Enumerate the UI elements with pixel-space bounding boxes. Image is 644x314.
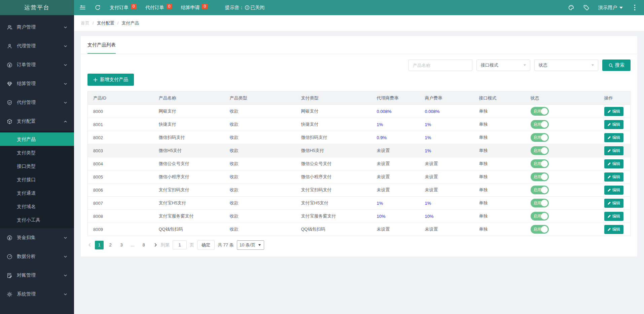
- sound-setting[interactable]: 提示音： 已关闭: [225, 5, 264, 11]
- submenu-item-2[interactable]: 接口类型: [0, 159, 74, 173]
- edit-button[interactable]: 编辑: [604, 146, 623, 155]
- sidebar-item-funds[interactable]: 资金归集: [0, 228, 74, 247]
- agent_rate-value: 未设置: [377, 174, 390, 179]
- submenu-item-6[interactable]: 支付小工具: [0, 213, 74, 227]
- status-toggle[interactable]: 启用: [531, 225, 549, 234]
- tab-payment-product-list[interactable]: 支付产品列表: [87, 36, 116, 54]
- merchant_rate-link[interactable]: 1%: [425, 201, 431, 206]
- chevron-down-icon: [523, 63, 527, 68]
- status-toggle[interactable]: 启用: [531, 120, 549, 129]
- nav-menu-0[interactable]: 支付订单0: [110, 5, 137, 11]
- merchant_rate-link[interactable]: 0.008%: [425, 109, 440, 114]
- agent_rate-link[interactable]: 0.008%: [377, 109, 392, 114]
- edit-button-label: 编辑: [612, 187, 620, 193]
- pencil-icon: [607, 228, 612, 231]
- agent_rate-link[interactable]: 1%: [377, 201, 383, 206]
- edit-button[interactable]: 编辑: [604, 107, 623, 116]
- status-toggle[interactable]: 启用: [531, 199, 549, 207]
- cell-product-id: 8003: [88, 144, 159, 157]
- sidebar-item-reconciliation[interactable]: 对账管理: [0, 266, 74, 285]
- status-toggle[interactable]: 启用: [531, 172, 549, 181]
- sidebar-item-agent[interactable]: 代理管理: [0, 37, 74, 55]
- merchant_rate-link[interactable]: 1%: [425, 148, 431, 153]
- edit-button[interactable]: 编辑: [604, 225, 623, 234]
- sidebar-item-merchant[interactable]: 商户管理: [0, 18, 74, 37]
- edit-button[interactable]: 编辑: [604, 159, 623, 168]
- collapse-sidebar-icon[interactable]: [79, 4, 86, 11]
- column-header-2: 产品类型: [230, 91, 301, 105]
- edit-button[interactable]: 编辑: [604, 212, 623, 221]
- cell-product-type: 收款: [230, 157, 301, 170]
- page-number-8[interactable]: 8: [139, 241, 148, 249]
- cell-pay-type: QQ钱包扫码: [301, 223, 377, 236]
- cell-merchant_rate: 未设置: [425, 184, 479, 197]
- submenu-item-4[interactable]: 支付通道: [0, 186, 74, 200]
- edit-button[interactable]: 编辑: [604, 186, 623, 195]
- more-options-icon[interactable]: [632, 4, 638, 11]
- cell-product-type: 收款: [230, 118, 301, 131]
- user-menu[interactable]: 演示用户: [598, 5, 623, 11]
- goto-page-input[interactable]: [173, 240, 187, 249]
- status-toggle[interactable]: 启用: [531, 159, 549, 168]
- edit-button[interactable]: 编辑: [604, 120, 623, 129]
- edit-button[interactable]: 编辑: [604, 172, 623, 182]
- agent_rate-link[interactable]: 1%: [377, 122, 383, 127]
- submenu-item-0[interactable]: 支付产品: [0, 132, 74, 146]
- add-payment-product-button[interactable]: 新增支付产品: [87, 74, 134, 86]
- page-number-1[interactable]: 1: [95, 241, 104, 249]
- sidebar-item-system[interactable]: 系统管理: [0, 285, 74, 304]
- submenu-item-5[interactable]: 支付域名: [0, 200, 74, 213]
- nav-menu-label: 代付订单: [145, 5, 164, 11]
- agent_rate-link[interactable]: 10%: [377, 214, 386, 219]
- cell-status: 启用: [531, 144, 604, 157]
- settlement-icon: [7, 81, 12, 87]
- next-page-icon[interactable]: [153, 243, 158, 247]
- sidebar-item-settlement[interactable]: 结算管理: [0, 74, 74, 93]
- sidebar-item-payment-config[interactable]: 支付配置: [0, 112, 74, 131]
- status-select[interactable]: 状态: [534, 60, 598, 71]
- cell-actions: 编辑: [604, 170, 631, 184]
- breadcrumb-item-0[interactable]: 首页: [81, 20, 90, 26]
- pencil-icon: [607, 110, 612, 113]
- pencil-icon: [607, 162, 612, 166]
- edit-button[interactable]: 编辑: [604, 133, 623, 142]
- page-number-3[interactable]: 3: [117, 241, 126, 249]
- status-toggle[interactable]: 启用: [531, 133, 549, 142]
- confirm-button[interactable]: 确定: [197, 240, 215, 250]
- merchant_rate-link[interactable]: 1%: [425, 122, 431, 127]
- sidebar: 商户管理代理管理订单管理结算管理代付管理支付配置支付产品支付类型接口类型支付接口…: [0, 15, 74, 314]
- sidebar-item-analytics[interactable]: 数据分析: [0, 247, 74, 266]
- merchant_rate-link[interactable]: 10%: [425, 214, 434, 219]
- status-toggle[interactable]: 启用: [531, 146, 549, 155]
- agent_rate-value: 未设置: [377, 161, 390, 166]
- filter-row: 接口模式 状态 搜索: [87, 60, 631, 71]
- cell-actions: 编辑: [604, 184, 631, 197]
- merchant_rate-link[interactable]: 1%: [425, 135, 431, 140]
- cell-product-type: 收款: [230, 105, 301, 118]
- submenu-item-3[interactable]: 支付接口: [0, 173, 74, 186]
- prev-page-icon[interactable]: [87, 243, 92, 247]
- submenu-payment-config: 支付产品支付类型接口类型支付接口支付通道支付域名支付小工具: [0, 131, 74, 228]
- cell-agent_rate: 0.9%: [377, 131, 425, 144]
- payment-products-table: 产品ID产品名称产品类型支付类型代理商费率商户费率接口模式状态操作 8000网银…: [87, 91, 631, 236]
- page-number-2[interactable]: 2: [106, 241, 115, 249]
- search-button[interactable]: 搜索: [602, 60, 631, 71]
- product-name-input[interactable]: [408, 60, 472, 71]
- submenu-item-1[interactable]: 支付类型: [0, 146, 74, 159]
- tag-icon[interactable]: [583, 4, 589, 11]
- refresh-icon[interactable]: [95, 4, 101, 11]
- cell-status: 启用: [531, 105, 604, 118]
- page-size-select[interactable]: 10 条/页: [237, 240, 264, 250]
- sidebar-item-order[interactable]: 订单管理: [0, 55, 74, 74]
- nav-menu-1[interactable]: 代付订单0: [145, 5, 172, 11]
- status-toggle[interactable]: 启用: [531, 212, 549, 221]
- nav-menu-2[interactable]: 结算申请0: [181, 5, 208, 11]
- interface-mode-select[interactable]: 接口模式: [476, 60, 530, 71]
- status-toggle[interactable]: 启用: [531, 186, 549, 194]
- theme-palette-icon[interactable]: [568, 4, 574, 11]
- agent_rate-link[interactable]: 0.9%: [377, 135, 387, 140]
- status-toggle[interactable]: 启用: [531, 107, 549, 116]
- cell-actions: 编辑: [604, 210, 631, 223]
- edit-button[interactable]: 编辑: [604, 199, 623, 208]
- sidebar-item-payout[interactable]: 代付管理: [0, 93, 74, 112]
